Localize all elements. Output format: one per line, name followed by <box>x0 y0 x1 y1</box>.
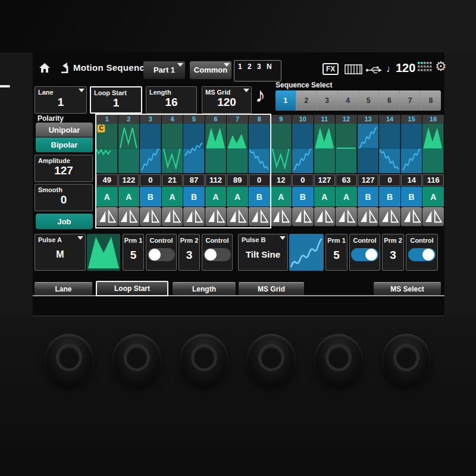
step-wave-6[interactable] <box>205 124 227 173</box>
step-wave-13[interactable] <box>358 124 379 173</box>
pulse-a-prm1-box[interactable]: Prm 1 5 <box>123 234 144 271</box>
step-pulse-6[interactable]: A <box>205 187 227 206</box>
step-wave-5[interactable] <box>183 124 205 173</box>
step-pulse-8[interactable]: B <box>249 187 270 206</box>
keyboard-icon[interactable] <box>345 64 362 74</box>
amplitude-box[interactable]: Amplitude 127 <box>35 155 93 182</box>
step-value-3[interactable]: 0 <box>140 174 161 186</box>
step-wave-2[interactable] <box>118 124 140 173</box>
pulse-b-box[interactable]: Pulse B Tilt Sine <box>238 234 288 271</box>
knob-1[interactable] <box>45 334 93 385</box>
pulse-a-control2-toggle[interactable] <box>203 248 231 261</box>
step-wave-3[interactable] <box>140 124 161 173</box>
sequence-select-1[interactable]: 1 <box>275 90 296 111</box>
pulse-b-prm2-box[interactable]: Prm 2 3 <box>382 234 404 271</box>
step-direction-10[interactable] <box>292 207 314 226</box>
tab-ms-grid[interactable]: MS Grid <box>239 282 304 295</box>
step-wave-9[interactable] <box>271 124 292 173</box>
step-value-14[interactable]: 0 <box>379 174 400 186</box>
tempo-display[interactable]: ♩120 <box>386 61 415 75</box>
pulse-b-prm1-box[interactable]: Prm 1 5 <box>325 234 347 271</box>
step-direction-13[interactable] <box>358 207 379 226</box>
sequence-select-6[interactable]: 6 <box>379 90 400 111</box>
step-value-15[interactable]: 14 <box>401 174 422 186</box>
smooth-box[interactable]: Smooth 0 <box>35 184 93 211</box>
pulse-a-control1-toggle[interactable] <box>148 248 175 261</box>
step-value-8[interactable]: 0 <box>249 174 270 186</box>
step-direction-1[interactable] <box>96 207 118 226</box>
length-box[interactable]: Length 16 <box>146 86 197 114</box>
step-value-7[interactable]: 89 <box>227 174 248 186</box>
sequence-select-5[interactable]: 5 <box>359 90 380 111</box>
step-value-12[interactable]: 63 <box>336 174 357 186</box>
step-value-13[interactable]: 127 <box>358 174 379 186</box>
tab-length[interactable]: Length <box>173 282 236 295</box>
sequence-select-7[interactable]: 7 <box>400 90 421 111</box>
step-pulse-15[interactable]: B <box>401 187 422 206</box>
live-set-grid-icon[interactable] <box>418 62 432 72</box>
step-direction-14[interactable] <box>379 207 400 226</box>
common-select[interactable]: Common <box>190 61 231 79</box>
step-value-6[interactable]: 112 <box>205 174 227 186</box>
knob-3[interactable] <box>180 334 228 385</box>
sequence-select-3[interactable]: 3 <box>317 90 338 111</box>
step-wave-15[interactable] <box>401 124 422 173</box>
ms-grid-box[interactable]: MS Grid 120 <box>202 86 252 114</box>
knob-6[interactable] <box>382 334 431 385</box>
step-direction-5[interactable] <box>183 207 205 226</box>
gear-icon[interactable]: ⚙ <box>435 59 447 74</box>
step-value-4[interactable]: 21 <box>162 174 183 186</box>
pulse-a-box[interactable]: Pulse A M <box>35 234 86 271</box>
step-wave-12[interactable] <box>336 124 357 173</box>
pulse-b-control1-toggle[interactable] <box>351 248 378 261</box>
knob-2[interactable] <box>112 334 161 385</box>
step-direction-16[interactable] <box>422 207 444 226</box>
step-value-5[interactable]: 87 <box>183 174 205 186</box>
fx-button[interactable]: FX <box>322 63 339 75</box>
step-wave-14[interactable] <box>379 124 400 173</box>
pulse-b-control2-toggle[interactable] <box>408 248 436 261</box>
tab-loop-start[interactable]: Loop Start <box>96 281 168 296</box>
step-value-1[interactable]: 49 <box>96 174 118 186</box>
step-wave-7[interactable] <box>227 124 248 173</box>
step-pulse-1[interactable]: A <box>96 187 118 206</box>
step-pulse-16[interactable]: A <box>422 187 444 206</box>
step-wave-4[interactable] <box>162 124 183 173</box>
step-pulse-10[interactable]: B <box>292 187 314 206</box>
step-value-11[interactable]: 127 <box>314 174 336 186</box>
step-pulse-12[interactable]: A <box>336 187 357 206</box>
tab-lane[interactable]: Lane <box>35 282 92 295</box>
step-direction-7[interactable] <box>227 207 248 226</box>
step-direction-8[interactable] <box>249 207 270 226</box>
bipolar-button[interactable]: Bipolar <box>36 137 93 152</box>
step-direction-3[interactable] <box>140 207 161 226</box>
step-direction-12[interactable] <box>336 207 357 226</box>
step-pulse-11[interactable]: A <box>314 187 336 206</box>
loop-start-box[interactable]: Loop Start 1 <box>90 86 142 114</box>
pulse-a-prm2-box[interactable]: Prm 2 3 <box>178 234 200 271</box>
unipolar-button[interactable]: Unipolar <box>36 123 93 137</box>
step-direction-4[interactable] <box>162 207 183 226</box>
home-icon[interactable] <box>39 62 51 73</box>
sequence-select-4[interactable]: 4 <box>338 90 359 111</box>
step-wave-10[interactable] <box>292 124 314 173</box>
knob-4[interactable] <box>247 334 296 385</box>
step-pulse-2[interactable]: A <box>118 187 140 206</box>
step-direction-15[interactable] <box>401 207 422 226</box>
step-pulse-13[interactable]: B <box>358 187 379 206</box>
step-direction-6[interactable] <box>205 207 227 226</box>
step-pulse-3[interactable]: B <box>140 187 161 206</box>
job-button[interactable]: Job <box>36 214 93 229</box>
step-wave-8[interactable] <box>249 124 270 173</box>
sequence-select-8[interactable]: 8 <box>421 90 441 111</box>
step-value-9[interactable]: 12 <box>271 174 292 186</box>
tab-ms-select[interactable]: MS Select <box>374 282 441 295</box>
step-direction-2[interactable] <box>118 207 140 226</box>
step-value-10[interactable]: 0 <box>292 174 314 186</box>
step-value-16[interactable]: 116 <box>422 174 444 186</box>
lane-box[interactable]: Lane 1 <box>35 86 87 114</box>
step-direction-9[interactable] <box>271 207 292 226</box>
step-wave-16[interactable] <box>422 124 444 173</box>
step-pulse-9[interactable]: A <box>271 187 292 206</box>
part-select[interactable]: Part 1 <box>143 61 185 79</box>
